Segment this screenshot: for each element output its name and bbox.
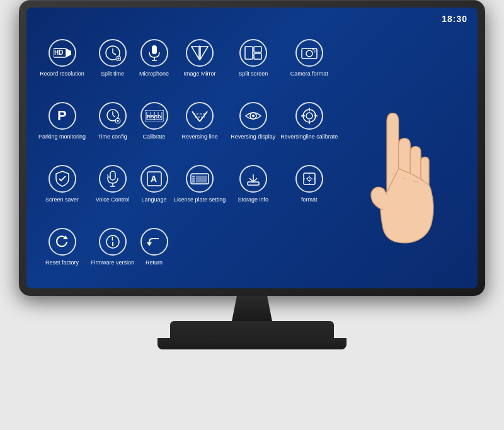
parking-monitoring-label: Parking monitoring (38, 133, 86, 140)
svg-line-81 (392, 173, 397, 174)
monitor-base (170, 321, 334, 349)
return-icon (140, 228, 168, 256)
split-time-label: Split time (101, 71, 124, 77)
language-icon: A (140, 165, 168, 193)
menu-item-record-resolution[interactable]: HD Record resolution (36, 26, 88, 89)
svg-point-19 (306, 50, 312, 57)
monitor-bezel: 18:30 HD Record resolution (19, 0, 485, 296)
target-icon (295, 102, 323, 130)
svg-marker-13 (200, 47, 208, 59)
license-plate-label: License plate setting (174, 196, 226, 203)
menu-item-language[interactable]: A Language (137, 153, 171, 216)
monitor-neck (227, 296, 277, 321)
reversing-line-icon (186, 102, 214, 130)
menu-item-reversingline-calibrate[interactable]: Reversingline calibrate (278, 89, 340, 152)
monitor-outer: 18:30 HD Record resolution (13, 0, 491, 430)
menu-item-image-mirror[interactable]: Image Mirror (171, 26, 228, 89)
reversing-line-label: Reversing line (182, 133, 218, 140)
camera-format-icon: N P (295, 39, 323, 67)
menu-item-reversing-line[interactable]: Reversing line (171, 89, 228, 152)
svg-rect-15 (245, 47, 253, 59)
microphone-label: Microphone (139, 71, 169, 77)
hd-video-icon: HD (49, 39, 76, 67)
svg-line-25 (113, 115, 115, 117)
svg-line-5 (113, 53, 116, 55)
calibrate-icon: RBSD (140, 102, 168, 130)
svg-text:RBSD: RBSD (147, 114, 161, 120)
svg-text:A: A (151, 174, 157, 184)
menu-item-reversing-display[interactable]: Reversing display (228, 89, 278, 152)
menu-item-parking-monitoring[interactable]: P Parking monitoring (36, 89, 88, 152)
svg-marker-78 (147, 242, 152, 246)
svg-line-79 (401, 178, 407, 179)
menu-item-microphone[interactable]: Microphone (137, 26, 171, 89)
menu-item-split-time[interactable]: Split time (88, 26, 137, 89)
storage-info-label: Storage info (238, 196, 268, 203)
format-icon (295, 165, 323, 193)
svg-point-42 (306, 113, 312, 119)
menu-item-time-config[interactable]: Time config (88, 89, 137, 152)
svg-rect-47 (110, 171, 115, 180)
calibrate-label: Calibrate (143, 133, 166, 140)
menu-item-format[interactable]: format (278, 153, 340, 216)
svg-line-36 (200, 111, 207, 122)
firmware-version-label: Firmware version (91, 259, 134, 266)
svg-rect-54 (191, 174, 209, 184)
svg-marker-1 (66, 48, 71, 57)
split-screen-label: Split screen (238, 71, 268, 77)
shield-icon (49, 165, 76, 193)
svg-rect-16 (254, 47, 261, 52)
menu-item-storage-info[interactable]: Storage info (228, 153, 278, 216)
reversing-display-label: Reversing display (231, 133, 275, 140)
image-mirror-label: Image Mirror (184, 71, 216, 77)
parking-icon: P (49, 102, 76, 130)
time-config-icon (99, 102, 127, 130)
camera-format-label: Camera format (290, 71, 328, 77)
split-screen-icon (239, 39, 267, 67)
storage-icon (239, 165, 267, 193)
voice-icon (99, 165, 127, 193)
svg-rect-9 (152, 45, 157, 54)
clock-icon (99, 39, 127, 67)
svg-text:P: P (57, 108, 67, 123)
svg-rect-17 (254, 54, 261, 59)
format-label: format (301, 196, 318, 203)
svg-rect-68 (248, 182, 259, 185)
svg-marker-12 (192, 47, 199, 59)
menu-item-split-screen[interactable]: Split screen (228, 26, 278, 89)
time-config-label: Time config (98, 133, 127, 140)
menu-item-reset-factory[interactable]: Reset factory (36, 216, 88, 279)
voice-control-label: Voice Control (96, 196, 130, 203)
reversingline-calibrate-label: Reversingline calibrate (280, 133, 338, 140)
mirror-icon (186, 39, 214, 67)
eye-icon (239, 102, 267, 130)
mic-icon (140, 39, 168, 67)
svg-line-35 (192, 111, 200, 122)
menu-item-calibrate[interactable]: RBSD Calibrate (137, 89, 171, 152)
plate-icon (186, 165, 214, 193)
screen: 18:30 HD Record resolution (26, 8, 478, 288)
language-label: Language (142, 196, 167, 203)
svg-text:HD: HD (54, 49, 63, 56)
menu-item-firmware-version[interactable]: i Firmware version (88, 216, 137, 279)
menu-grid: HD Record resolution (26, 8, 306, 288)
record-resolution-label: Record resolution (40, 71, 84, 77)
menu-item-screen-saver[interactable]: Screen saver (36, 153, 88, 216)
svg-point-40 (252, 115, 255, 117)
reset-icon (49, 228, 76, 256)
reset-factory-label: Reset factory (45, 259, 79, 266)
menu-item-return[interactable]: Return (137, 216, 171, 279)
hand-illustration (326, 87, 465, 251)
menu-item-license-plate[interactable]: License plate setting (171, 153, 228, 216)
screen-saver-label: Screen saver (45, 196, 79, 203)
return-label: Return (146, 259, 163, 266)
svg-text:i: i (112, 235, 113, 242)
menu-item-camera-format[interactable]: N P Camera format (278, 26, 340, 89)
menu-item-voice-control[interactable]: Voice Control (88, 153, 137, 216)
time-display: 18:30 (442, 14, 467, 24)
svg-line-80 (413, 181, 419, 182)
info-icon: i (99, 228, 127, 256)
